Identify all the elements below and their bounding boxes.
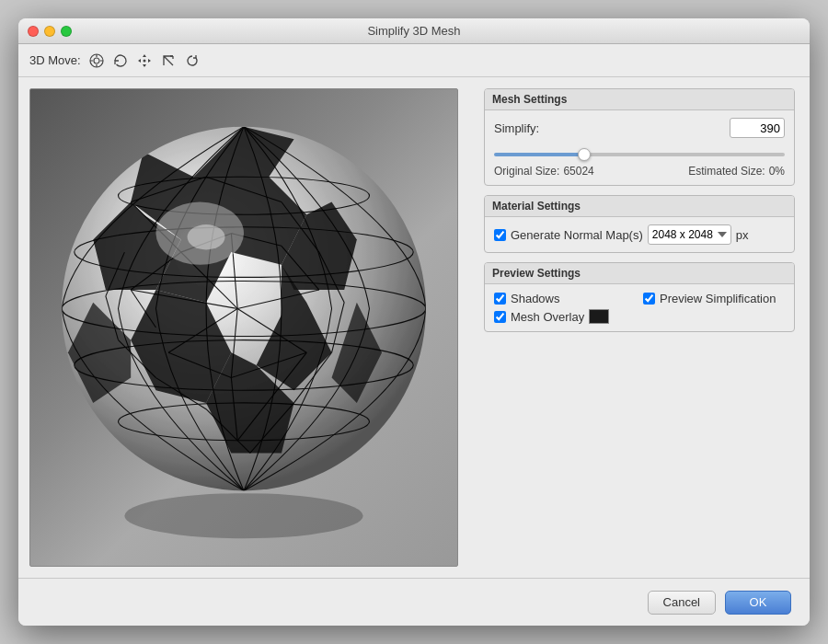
mesh-overlay-label: Mesh Overlay <box>511 310 584 324</box>
toolbar: 3D Move: <box>18 44 810 77</box>
svg-point-2 <box>143 59 145 62</box>
move-icon[interactable] <box>134 51 155 71</box>
preview-settings-header: Preview Settings <box>485 263 794 284</box>
preview-settings-group: Preview Settings Shadows Preview Simplif… <box>484 262 795 332</box>
rotate-icon[interactable] <box>110 51 131 71</box>
preview-canvas <box>29 88 458 567</box>
ok-button[interactable]: OK <box>725 591 791 615</box>
maximize-button[interactable] <box>61 26 72 37</box>
material-settings-header: Material Settings <box>485 196 794 217</box>
scale-icon[interactable] <box>158 51 178 71</box>
minimize-button[interactable] <box>44 26 55 37</box>
mesh-settings-content: Simplify: Original Size: 65024 Estimated… <box>485 110 794 185</box>
px-label: px <box>736 228 749 242</box>
shadows-row: Shadows <box>494 292 636 305</box>
simplify-input[interactable] <box>730 118 785 138</box>
estimated-size-value: 0% <box>769 165 785 178</box>
simplify-row: Simplify: <box>494 118 785 138</box>
cancel-button[interactable]: Cancel <box>648 591 716 615</box>
normal-map-row: Generate Normal Map(s) 2048 x 2048 1024 … <box>494 224 785 245</box>
resolution-select[interactable]: 2048 x 2048 1024 x 1024 4096 x 4096 <box>648 224 731 245</box>
size-row: Original Size: 65024 Estimated Size: 0% <box>494 165 785 178</box>
generate-normal-label: Generate Normal Map(s) <box>511 228 643 242</box>
settings-panel: Mesh Settings Simplify: Original Size: 6… <box>469 77 810 578</box>
svg-point-3 <box>124 493 362 538</box>
estimated-size-label: Estimated Size: <box>688 165 765 178</box>
mesh-settings-group: Mesh Settings Simplify: Original Size: 6… <box>484 88 795 186</box>
generate-normal-checkbox[interactable] <box>494 229 506 241</box>
bottom-bar: Cancel OK <box>18 578 810 626</box>
shadows-label: Shadows <box>511 292 559 305</box>
preview-simplification-row: Preview Simplification <box>643 292 785 305</box>
toolbar-label: 3D Move: <box>29 53 81 67</box>
simplify-label: Simplify: <box>494 121 539 135</box>
preview-panel <box>18 77 469 578</box>
main-window: Simplify 3D Mesh 3D Move: <box>18 18 810 626</box>
shadows-checkbox[interactable] <box>494 293 506 305</box>
mesh-settings-header: Mesh Settings <box>485 89 794 110</box>
preview-settings-grid: Shadows Preview Simplification Mesh Over… <box>494 292 785 324</box>
simplify-slider[interactable] <box>494 153 785 156</box>
original-size-value: 65024 <box>563 165 593 178</box>
mesh-overlay-checkbox[interactable] <box>494 311 506 323</box>
svg-point-41 <box>188 224 225 249</box>
original-size-label: Original Size: <box>494 165 559 178</box>
pan-icon[interactable] <box>86 51 107 71</box>
simplify-slider-container <box>494 145 785 159</box>
mesh-overlay-row: Mesh Overlay <box>494 309 636 324</box>
preview-simplification-label: Preview Simplification <box>660 292 776 305</box>
close-button[interactable] <box>28 26 39 37</box>
window-title: Simplify 3D Mesh <box>367 24 460 38</box>
preview-simplification-checkbox[interactable] <box>643 293 655 305</box>
svg-point-1 <box>94 58 99 63</box>
material-settings-group: Material Settings Generate Normal Map(s)… <box>484 195 795 253</box>
sphere-preview <box>30 89 457 566</box>
mesh-overlay-color-swatch[interactable] <box>589 309 609 324</box>
toolbar-icons <box>86 51 202 71</box>
window-controls <box>28 26 72 37</box>
title-bar: Simplify 3D Mesh <box>18 18 810 44</box>
content-area: Mesh Settings Simplify: Original Size: 6… <box>18 77 810 578</box>
material-settings-content: Generate Normal Map(s) 2048 x 2048 1024 … <box>485 217 794 252</box>
preview-settings-content: Shadows Preview Simplification Mesh Over… <box>485 284 794 331</box>
reset-icon[interactable] <box>182 51 202 71</box>
